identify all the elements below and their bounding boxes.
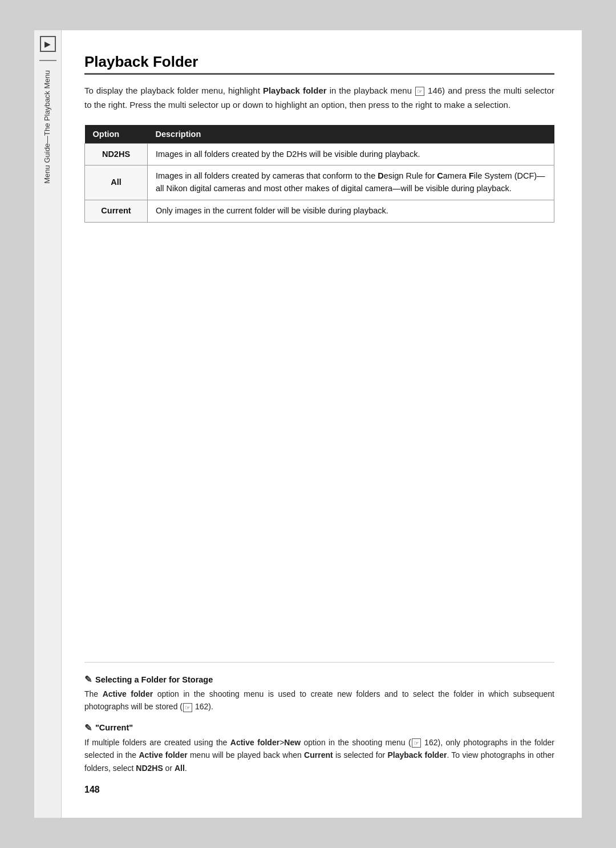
desc-all: Images in all folders created by cameras… — [148, 165, 554, 200]
options-table: Option Description ND2HS Images in all f… — [84, 125, 554, 223]
ref-icon-1: ☞ — [415, 87, 424, 96]
main-content: Playback Folder To display the playback … — [62, 30, 582, 818]
page-number: 148 — [84, 785, 554, 795]
intro-bold: Playback folder — [263, 86, 327, 95]
table-row: ND2HS Images in all folders created by t… — [85, 143, 554, 165]
intro-text-before: To display the playback folder menu, hig… — [84, 86, 263, 95]
notes-section: ✎ Selecting a Folder for Storage The Act… — [84, 662, 554, 795]
note-body-1: The Active folder option in the shooting… — [84, 688, 554, 713]
note-title-selecting-folder: ✎ Selecting a Folder for Storage — [84, 674, 554, 685]
ref-icon-2: ☞ — [183, 703, 192, 712]
sidebar: ▶ Menu Guide—The Playback Menu — [34, 30, 62, 818]
note-body-2: If multiple folders are created using th… — [84, 736, 554, 774]
col-header-description: Description — [148, 125, 554, 144]
note-current: ✎ "Current" If multiple folders are crea… — [84, 722, 554, 774]
desc-current: Only images in the current folder will b… — [148, 200, 554, 222]
page-title: Playback Folder — [84, 53, 554, 75]
table-header-row: Option Description — [85, 125, 554, 144]
intro-paragraph: To display the playback folder menu, hig… — [84, 84, 554, 112]
note-title-text-2: "Current" — [95, 723, 133, 732]
col-header-option: Option — [85, 125, 148, 144]
desc-nd2hs: Images in all folders created by the D2H… — [148, 143, 554, 165]
table-row: Current Only images in the current folde… — [85, 200, 554, 222]
note-icon-2: ✎ — [84, 722, 92, 733]
note-icon-1: ✎ — [84, 674, 92, 685]
note-title-text-1: Selecting a Folder for Storage — [95, 675, 213, 684]
note-selecting-folder: ✎ Selecting a Folder for Storage The Act… — [84, 674, 554, 713]
ref-icon-3: ☞ — [412, 738, 421, 748]
spacer — [84, 240, 554, 663]
sidebar-divider — [39, 60, 56, 61]
note-title-current: ✎ "Current" — [84, 722, 554, 733]
playback-icon: ▶ — [40, 36, 56, 52]
option-current: Current — [85, 200, 148, 222]
sidebar-label: Menu Guide—The Playback Menu — [42, 70, 52, 184]
table-row: All Images in all folders created by cam… — [85, 165, 554, 200]
option-nd2hs: ND2HS — [85, 143, 148, 165]
option-all: All — [85, 165, 148, 200]
page-container: ▶ Menu Guide—The Playback Menu Playback … — [34, 30, 582, 818]
